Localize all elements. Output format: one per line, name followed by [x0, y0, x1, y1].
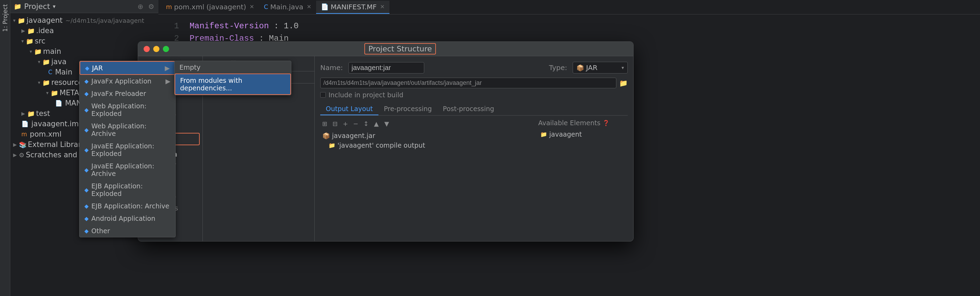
- dropdown-item-jar[interactable]: ◆ JAR ▶: [80, 61, 175, 75]
- output-path-input[interactable]: [320, 78, 616, 88]
- xml-icon: m: [166, 3, 172, 10]
- project-dropdown-icon[interactable]: ▾: [52, 3, 56, 10]
- submenu-item-modules[interactable]: From modules with dependencies...: [175, 74, 291, 95]
- tab-pom-label: pom.xml (javaagent): [174, 3, 246, 11]
- dropdown-ejb-arc-label: EJB Application: Archive: [91, 202, 169, 210]
- ae-item-javaagent[interactable]: 📁 javaagent: [538, 130, 628, 139]
- dropdown-item-webapp-arc[interactable]: ◆ Web Application: Archive: [80, 120, 175, 140]
- type-dropdown[interactable]: 📦 JAR ▾: [573, 62, 628, 74]
- folder-icon-src: 📁: [26, 38, 33, 45]
- side-tab-project[interactable]: 1: Project: [0, 0, 10, 36]
- submenu-empty-label: Empty: [180, 64, 200, 71]
- arrow-scratches: ▶: [13, 152, 17, 158]
- folder-icon-idea: 📁: [27, 27, 35, 35]
- folder-icon-javaagent: 📁: [18, 17, 25, 24]
- code-line-1: 1 Manifest-Version : 1.0: [165, 20, 973, 32]
- project-folder-icon: 📁: [14, 3, 21, 10]
- dropdown-menu: ◆ JAR ▶ ◆ JavaFx Application ▶ ◆ JavaFx …: [79, 61, 176, 237]
- ae-header: Available Elements ❓: [538, 119, 628, 126]
- dropdown-item-javafx-pre[interactable]: ◆ JavaFx Preloader: [80, 87, 175, 100]
- tree-item-idea[interactable]: ▶ 📁 .idea: [10, 26, 169, 36]
- dropdown-item-javaee-arc[interactable]: ◆ JavaEE Application: Archive: [80, 160, 175, 180]
- lt-btn-2[interactable]: ⊟: [331, 119, 339, 128]
- tab-output-layout[interactable]: Output Layout: [320, 103, 379, 115]
- folder-icon-META-INF: 📁: [51, 90, 58, 97]
- traffic-light-green[interactable]: [163, 46, 169, 52]
- arrow-META-INF: ▾: [46, 90, 49, 96]
- folder-icon-main: 📁: [34, 48, 42, 55]
- dropdown-item-ejb-exp[interactable]: ◆ EJB Application: Exploded: [80, 180, 175, 200]
- file-icon-manifest: 📄: [55, 100, 62, 107]
- gem-icon-other: ◆: [84, 228, 89, 234]
- dropdown-item-javafx[interactable]: ◆ JavaFx Application ▶: [80, 75, 175, 87]
- label-main: main: [43, 47, 61, 56]
- type-value: JAR: [586, 64, 597, 72]
- gem-icon-javaee-arc: ◆: [84, 166, 89, 173]
- lt-btn-1[interactable]: ⊞: [320, 119, 329, 128]
- dropdown-item-android[interactable]: ◆ Android Application: [80, 212, 175, 225]
- lt-btn-remove[interactable]: −: [351, 119, 360, 128]
- jar-submenu: Empty From modules with dependencies...: [174, 61, 291, 95]
- type-chevron: ▾: [622, 65, 624, 70]
- name-label: Name:: [320, 64, 343, 72]
- tab-pom[interactable]: m pom.xml (javaagent) ✕: [161, 1, 259, 14]
- tab-postprocessing[interactable]: Post-processing: [438, 103, 500, 115]
- traffic-light-yellow[interactable]: [153, 46, 159, 52]
- lt-btn-sort[interactable]: ↕: [361, 119, 371, 128]
- java-icon: C: [264, 3, 268, 10]
- submenu-modules-label: From modules with dependencies...: [180, 77, 285, 92]
- ae-help-btn[interactable]: ❓: [603, 120, 609, 126]
- gem-icon-jar: ◆: [85, 65, 89, 71]
- folder-icon-resources: 📁: [42, 79, 50, 86]
- dropdown-item-other[interactable]: ◆ Other: [80, 225, 175, 237]
- folder-icon-scratches: ⚙: [19, 152, 24, 159]
- output-content: ⊞ ⊟ + − ↕ ▲ ▼ 📦 javaagent.jar 📁: [320, 119, 628, 236]
- layout-jar-label: javaagent.jar: [332, 132, 375, 139]
- lt-btn-up[interactable]: ▲: [372, 119, 381, 128]
- dropdown-jar-label: JAR: [92, 64, 103, 72]
- tree-item-javaagent[interactable]: ▾ 📁 javaagent ~/d4m1ts/java/javaagent: [10, 15, 169, 26]
- label-pom: pom.xml: [30, 130, 62, 138]
- dialog-title-text: Project Structure: [364, 43, 436, 54]
- layout-item-jar[interactable]: 📦 javaagent.jar: [320, 131, 533, 141]
- dialog-title: Project Structure: [172, 43, 628, 54]
- tab-preprocessing[interactable]: Pre-processing: [379, 103, 438, 115]
- settings-icon[interactable]: ⚙: [148, 2, 154, 11]
- gem-icon-webapp-exp: ◆: [84, 107, 89, 113]
- dropdown-ejb-exp-label: EJB Application: Exploded: [91, 182, 170, 197]
- tab-manifest-close[interactable]: ✕: [380, 3, 385, 10]
- dropdown-javaee-arc-label: JavaEE Application: Archive: [91, 162, 170, 177]
- tab-pom-close[interactable]: ✕: [250, 3, 254, 10]
- dropdown-android-label: Android Application: [91, 214, 155, 222]
- dropdown-item-javaee-exp[interactable]: ◆ JavaEE Application: Exploded: [80, 140, 175, 160]
- gem-icon-javafx-pre: ◆: [84, 90, 89, 97]
- gem-icon-javafx: ◆: [84, 78, 89, 85]
- tab-main-close[interactable]: ✕: [307, 3, 311, 10]
- dropdown-item-webapp-exp[interactable]: ◆ Web Application: Exploded: [80, 100, 175, 120]
- dropdown-javaee-exp-label: JavaEE Application: Exploded: [91, 142, 170, 157]
- tab-manifest-label: MANIFEST.MF: [331, 3, 377, 11]
- arrow-ext-libs: ▶: [13, 142, 17, 147]
- lt-btn-add[interactable]: +: [341, 119, 350, 128]
- tab-main[interactable]: C Main.java ✕: [259, 1, 316, 14]
- include-build-row: Include in project build: [320, 91, 628, 99]
- submenu-item-empty[interactable]: Empty: [175, 61, 291, 74]
- traffic-light-red[interactable]: [143, 46, 150, 52]
- arrow-resources: ▾: [38, 80, 40, 85]
- colon-1: :: [274, 21, 284, 31]
- globe-icon[interactable]: ⊕: [138, 2, 143, 11]
- mf-icon: 📄: [321, 3, 328, 10]
- tab-manifest[interactable]: 📄 MANIFEST.MF ✕: [316, 1, 390, 14]
- lt-btn-dn[interactable]: ▼: [382, 119, 391, 128]
- name-input[interactable]: [348, 62, 424, 74]
- dropdown-item-ejb-arc[interactable]: ◆ EJB Application: Archive: [80, 200, 175, 212]
- include-build-checkbox[interactable]: [320, 92, 326, 98]
- browse-path-btn[interactable]: 📁: [619, 79, 628, 87]
- class-icon-Main: C: [48, 69, 52, 75]
- gem-icon-webapp-arc: ◆: [84, 126, 89, 133]
- arrow-test: ▶: [21, 111, 25, 116]
- layout-item-compile[interactable]: 📁 'javaagent' compile output: [320, 141, 533, 150]
- available-elements-panel: Available Elements ❓ 📁 javaagent: [538, 119, 628, 236]
- arrow-src: ▾: [21, 38, 24, 44]
- label-java: java: [51, 58, 67, 66]
